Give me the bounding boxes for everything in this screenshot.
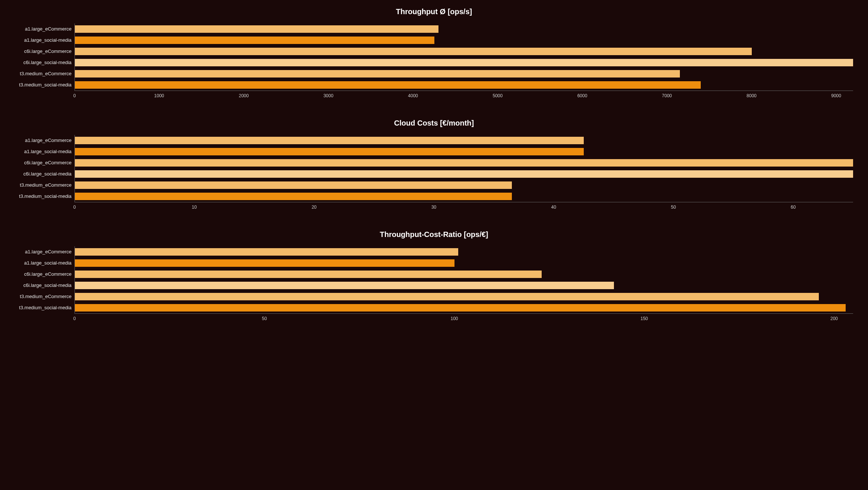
bar (75, 159, 853, 167)
bar (75, 37, 434, 44)
bars-container (75, 135, 853, 202)
y-label: t3.medium_social-media (15, 302, 72, 313)
y-axis-labels: a1.large_eCommerce a1.large_social-media… (15, 246, 75, 314)
bar-row (75, 257, 853, 269)
plot-area (75, 246, 853, 314)
bar (75, 181, 512, 189)
bar (75, 59, 853, 66)
x-axis: 0100020003000400050006000700080009000 (75, 91, 853, 100)
bars-container (75, 23, 853, 91)
x-tick: 4000 (408, 93, 418, 98)
bar-row (75, 68, 853, 79)
bar-row (75, 157, 853, 168)
y-label: t3.medium_eCommerce (15, 180, 72, 191)
chart-title: Throughput Ø [ops/s] (15, 7, 853, 16)
x-tick: 5000 (493, 93, 503, 98)
chart-title: Throughput-Cost-Ratio [ops/€] (15, 230, 853, 239)
x-tick: 9000 (831, 93, 841, 98)
bar-row (75, 135, 853, 146)
chart-body: a1.large_eCommerce a1.large_social-media… (15, 23, 853, 91)
bars-container (75, 246, 853, 313)
bar-row (75, 302, 853, 313)
x-tick: 200 (830, 316, 838, 321)
y-label: a1.large_social-media (15, 257, 72, 269)
y-label: t3.medium_eCommerce (15, 68, 72, 79)
y-axis-labels: a1.large_eCommerce a1.large_social-media… (15, 23, 75, 91)
bar-row (75, 269, 853, 280)
x-axis: 0102030405060 (75, 202, 853, 212)
y-label: a1.large_eCommerce (15, 246, 72, 257)
y-label: c6i.large_eCommerce (15, 157, 72, 168)
plot-area (75, 23, 853, 91)
chart-throughput-cost-ratio: Throughput-Cost-Ratio [ops/€] a1.large_e… (15, 230, 853, 323)
y-label: t3.medium_eCommerce (15, 291, 72, 302)
bar (75, 170, 853, 178)
page: Throughput Ø [ops/s] a1.large_eCommerce … (0, 0, 868, 353)
bar (75, 25, 438, 33)
x-tick: 0 (73, 93, 76, 98)
x-tick: 40 (551, 205, 556, 210)
y-label: a1.large_social-media (15, 35, 72, 46)
x-tick: 7000 (662, 93, 672, 98)
y-label: c6i.large_social-media (15, 168, 72, 180)
bar-row (75, 146, 853, 157)
bar-row (75, 246, 853, 257)
x-tick: 0 (73, 205, 76, 210)
x-tick: 30 (431, 205, 436, 210)
plot-area (75, 135, 853, 202)
y-label: c6i.large_social-media (15, 57, 72, 68)
x-tick: 100 (450, 316, 458, 321)
bar (75, 248, 458, 256)
bar (75, 282, 614, 289)
y-label: c6i.large_eCommerce (15, 269, 72, 280)
x-tick: 0 (73, 316, 76, 321)
bar-row (75, 291, 853, 302)
bar (75, 304, 846, 312)
bar-row (75, 280, 853, 291)
y-label: t3.medium_social-media (15, 191, 72, 202)
bar-row (75, 57, 853, 68)
x-axis: 050100150200 (75, 314, 853, 323)
bar-row (75, 180, 853, 191)
y-label: a1.large_social-media (15, 146, 72, 157)
bar (75, 293, 819, 300)
x-tick: 20 (311, 205, 316, 210)
y-axis-labels: a1.large_eCommerce a1.large_social-media… (15, 135, 75, 202)
chart-body: a1.large_eCommerce a1.large_social-media… (15, 246, 853, 314)
bar-row (75, 79, 853, 91)
x-tick: 8000 (747, 93, 757, 98)
y-label: a1.large_eCommerce (15, 23, 72, 35)
x-tick: 150 (640, 316, 648, 321)
x-tick: 3000 (323, 93, 333, 98)
bar (75, 148, 584, 155)
y-label: c6i.large_social-media (15, 280, 72, 291)
y-label: a1.large_eCommerce (15, 135, 72, 146)
bar-row (75, 23, 853, 35)
chart-body: a1.large_eCommerce a1.large_social-media… (15, 135, 853, 202)
x-tick: 2000 (239, 93, 249, 98)
bar-row (75, 168, 853, 180)
chart-throughput: Throughput Ø [ops/s] a1.large_eCommerce … (15, 7, 853, 100)
bar (75, 81, 701, 89)
chart-cloud-costs: Cloud Costs [€/month] a1.large_eCommerce… (15, 119, 853, 212)
bar-row (75, 191, 853, 202)
bar (75, 193, 512, 200)
bar-row (75, 46, 853, 57)
y-label: t3.medium_social-media (15, 79, 72, 91)
x-tick: 10 (192, 205, 197, 210)
bar (75, 48, 752, 55)
x-tick: 50 (671, 205, 676, 210)
bar (75, 259, 454, 267)
y-label: c6i.large_eCommerce (15, 46, 72, 57)
bar (75, 137, 584, 144)
x-tick: 60 (791, 205, 796, 210)
x-tick: 6000 (577, 93, 587, 98)
bar (75, 70, 680, 78)
chart-title: Cloud Costs [€/month] (15, 119, 853, 127)
bar (75, 271, 542, 278)
x-tick: 50 (262, 316, 267, 321)
bar-row (75, 35, 853, 46)
x-tick: 1000 (154, 93, 164, 98)
